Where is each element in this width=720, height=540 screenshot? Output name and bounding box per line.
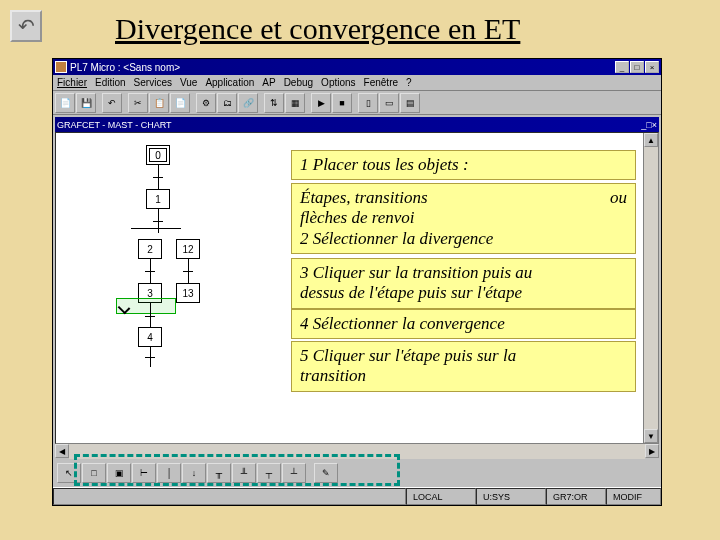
instruction-5: 5 Cliquer sur l'étape puis sur la transi… (291, 341, 636, 392)
instruction-text: Étapes, transitions ou (300, 188, 627, 208)
status-bar: LOCAL U:SYS GR7:OR MODIF (53, 487, 661, 505)
menu-edit[interactable]: Edition (95, 77, 126, 88)
grafcet-transition[interactable] (153, 177, 163, 178)
app-icon (55, 61, 67, 73)
menu-bar: Fichier Edition Services Vue Application… (53, 75, 661, 91)
scroll-up-icon[interactable]: ▲ (644, 133, 658, 147)
grafcet-step-1[interactable]: 1 (146, 189, 170, 209)
window-close-button[interactable]: × (645, 61, 659, 73)
toolbar-new-button[interactable]: 📄 (55, 93, 75, 113)
toolbar-config-button[interactable]: ⚙ (196, 93, 216, 113)
horizontal-scrollbar[interactable]: ◀ ▶ (55, 444, 659, 459)
toolbar-cut-button[interactable]: ✂ (128, 93, 148, 113)
status-message (53, 488, 406, 505)
toolbar-stop-button[interactable]: ■ (332, 93, 352, 113)
document-title-text: GRAFCET - MAST - CHART (57, 120, 172, 130)
main-toolbar: 📄 💾 ↶ ✂ 📋 📄 ⚙ 🗂 🔗 ⇅ ▦ ▶ ■ ▯ ▭ ▤ (53, 91, 661, 115)
instruction-text: flèches de renvoi (300, 208, 627, 228)
menu-file[interactable]: Fichier (57, 77, 87, 88)
palette-divergence-or-tool[interactable]: ┬ (257, 463, 281, 483)
instruction-text: 5 Cliquer sur l'étape puis sur la (300, 346, 627, 366)
scroll-track[interactable] (69, 444, 645, 459)
toolbar-browser-button[interactable]: 🗂 (217, 93, 237, 113)
menu-services[interactable]: Services (134, 77, 172, 88)
instruction-4: 4 Sélectionner la convergence (291, 309, 636, 339)
palette-step-tool[interactable]: □ (82, 463, 106, 483)
toolbar-cascade-button[interactable]: ▭ (379, 93, 399, 113)
palette-link-tool[interactable]: │ (157, 463, 181, 483)
instruction-text: 2 Sélectionner la divergence (300, 229, 627, 249)
grafcet-step-12[interactable]: 12 (176, 239, 200, 259)
palette-transition-tool[interactable]: ⊢ (132, 463, 156, 483)
slide-title: Divergence et convergence en ET (115, 12, 520, 46)
status-grid: GR7:OR (546, 488, 606, 505)
palette-jump-tool[interactable]: ↓ (182, 463, 206, 483)
grafcet-divergence-bar (131, 228, 181, 229)
instruction-1: 1 Placer tous les objets : (291, 150, 636, 180)
menu-options[interactable]: Options (321, 77, 355, 88)
scroll-track[interactable] (644, 147, 658, 429)
grafcet-transition[interactable] (183, 271, 193, 272)
menu-help[interactable]: ? (406, 77, 412, 88)
instruction-text: transition (300, 366, 627, 386)
palette-divergence-and-tool[interactable]: ╥ (207, 463, 231, 483)
window-titlebar: PL7 Micro : <Sans nom> _ □ × (53, 59, 661, 75)
menu-application[interactable]: Application (205, 77, 254, 88)
document-titlebar: GRAFCET - MAST - CHART _ □ × (55, 117, 659, 132)
palette-select-tool[interactable]: ↖ (57, 463, 81, 483)
grafcet-palette: ↖ □ ▣ ⊢ │ ↓ ╥ ╨ ┬ ┴ ✎ (55, 461, 659, 485)
scroll-down-icon[interactable]: ▼ (644, 429, 658, 443)
menu-window[interactable]: Fenêtre (364, 77, 398, 88)
toolbar-cross-ref-button[interactable]: 🔗 (238, 93, 258, 113)
toolbar-copy-button[interactable]: 📋 (149, 93, 169, 113)
back-button[interactable]: ↶ (10, 10, 42, 42)
status-mode: LOCAL (406, 488, 476, 505)
grafcet-transition[interactable] (145, 316, 155, 317)
instruction-text: 1 Placer tous les objets : (300, 155, 627, 175)
menu-ap[interactable]: AP (262, 77, 275, 88)
instruction-text: 3 Cliquer sur la transition puis au (300, 263, 627, 283)
grafcet-step-2[interactable]: 2 (138, 239, 162, 259)
toolbar-tile-button[interactable]: ▯ (358, 93, 378, 113)
grafcet-transition[interactable] (153, 221, 163, 222)
grafcet-link (150, 303, 151, 327)
window-minimize-button[interactable]: _ (615, 61, 629, 73)
grafcet-step-0[interactable]: 0 (146, 145, 170, 165)
toolbar-paste-button[interactable]: 📄 (170, 93, 190, 113)
instruction-2: Étapes, transitions ou flèches de renvoi… (291, 183, 636, 254)
vertical-scrollbar[interactable]: ▲ ▼ (643, 133, 658, 443)
instruction-text: dessus de l'étape puis sur l'étape (300, 283, 627, 303)
instruction-3: 3 Cliquer sur la transition puis au dess… (291, 258, 636, 309)
scroll-left-icon[interactable]: ◀ (55, 444, 69, 458)
status-sys: U:SYS (476, 488, 546, 505)
toolbar-transfer-button[interactable]: ⇅ (264, 93, 284, 113)
status-edit: MODIF (606, 488, 661, 505)
toolbar-animate-button[interactable]: ▦ (285, 93, 305, 113)
window-maximize-button[interactable]: □ (630, 61, 644, 73)
toolbar-save-button[interactable]: 💾 (76, 93, 96, 113)
menu-debug[interactable]: Debug (284, 77, 313, 88)
menu-view[interactable]: Vue (180, 77, 197, 88)
doc-close-button[interactable]: × (652, 120, 657, 130)
u-turn-icon: ↶ (18, 14, 35, 38)
grafcet-transition[interactable] (145, 357, 155, 358)
scroll-right-icon[interactable]: ▶ (645, 444, 659, 458)
toolbar-run-button[interactable]: ▶ (311, 93, 331, 113)
palette-convergence-or-tool[interactable]: ┴ (282, 463, 306, 483)
palette-initial-step-tool[interactable]: ▣ (107, 463, 131, 483)
toolbar-arrange-button[interactable]: ▤ (400, 93, 420, 113)
grafcet-transition[interactable] (145, 271, 155, 272)
toolbar-undo-button[interactable]: ↶ (102, 93, 122, 113)
palette-comment-tool[interactable]: ✎ (314, 463, 338, 483)
instruction-text: 4 Sélectionner la convergence (300, 314, 627, 334)
grafcet-step-13[interactable]: 13 (176, 283, 200, 303)
window-title-text: PL7 Micro : <Sans nom> (70, 62, 180, 73)
grafcet-step-4[interactable]: 4 (138, 327, 162, 347)
palette-convergence-and-tool[interactable]: ╨ (232, 463, 256, 483)
